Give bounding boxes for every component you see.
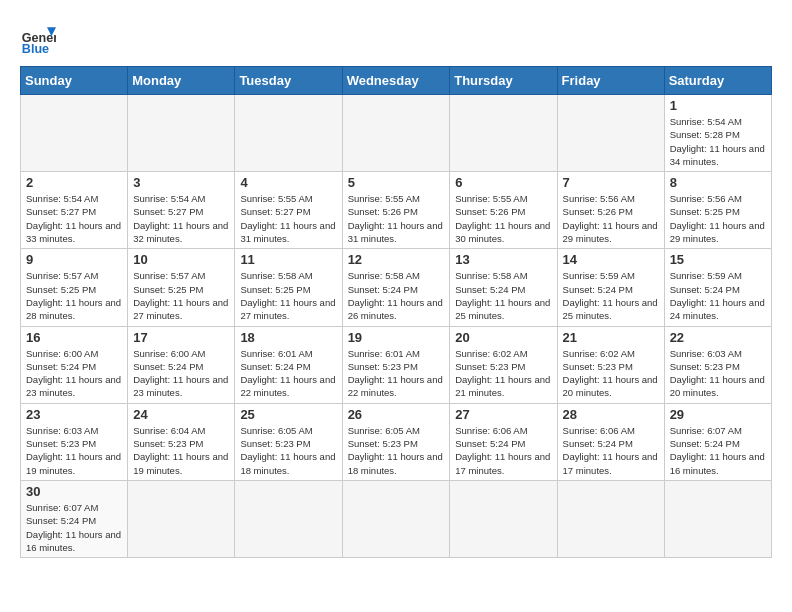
day-info: Sunrise: 5:58 AMSunset: 5:24 PMDaylight:… (455, 269, 551, 322)
calendar-cell: 6Sunrise: 5:55 AMSunset: 5:26 PMDaylight… (450, 172, 557, 249)
day-info: Sunrise: 6:00 AMSunset: 5:24 PMDaylight:… (26, 347, 122, 400)
day-info: Sunrise: 6:06 AMSunset: 5:24 PMDaylight:… (455, 424, 551, 477)
day-number: 14 (563, 252, 659, 267)
calendar-week-3: 9Sunrise: 5:57 AMSunset: 5:25 PMDaylight… (21, 249, 772, 326)
day-info: Sunrise: 5:55 AMSunset: 5:26 PMDaylight:… (348, 192, 445, 245)
calendar-cell: 7Sunrise: 5:56 AMSunset: 5:26 PMDaylight… (557, 172, 664, 249)
day-number: 22 (670, 330, 766, 345)
calendar-cell: 23Sunrise: 6:03 AMSunset: 5:23 PMDayligh… (21, 403, 128, 480)
day-number: 24 (133, 407, 229, 422)
calendar-cell: 10Sunrise: 5:57 AMSunset: 5:25 PMDayligh… (128, 249, 235, 326)
calendar-cell: 3Sunrise: 5:54 AMSunset: 5:27 PMDaylight… (128, 172, 235, 249)
day-info: Sunrise: 5:56 AMSunset: 5:25 PMDaylight:… (670, 192, 766, 245)
weekday-header-wednesday: Wednesday (342, 67, 450, 95)
calendar-cell: 1Sunrise: 5:54 AMSunset: 5:28 PMDaylight… (664, 95, 771, 172)
calendar-week-5: 23Sunrise: 6:03 AMSunset: 5:23 PMDayligh… (21, 403, 772, 480)
day-info: Sunrise: 6:02 AMSunset: 5:23 PMDaylight:… (563, 347, 659, 400)
calendar-cell (128, 480, 235, 557)
day-number: 17 (133, 330, 229, 345)
day-info: Sunrise: 5:54 AMSunset: 5:27 PMDaylight:… (133, 192, 229, 245)
calendar-cell: 24Sunrise: 6:04 AMSunset: 5:23 PMDayligh… (128, 403, 235, 480)
calendar-cell: 30Sunrise: 6:07 AMSunset: 5:24 PMDayligh… (21, 480, 128, 557)
day-info: Sunrise: 5:57 AMSunset: 5:25 PMDaylight:… (26, 269, 122, 322)
calendar-cell: 8Sunrise: 5:56 AMSunset: 5:25 PMDaylight… (664, 172, 771, 249)
day-info: Sunrise: 6:01 AMSunset: 5:24 PMDaylight:… (240, 347, 336, 400)
day-info: Sunrise: 5:58 AMSunset: 5:25 PMDaylight:… (240, 269, 336, 322)
calendar-cell: 21Sunrise: 6:02 AMSunset: 5:23 PMDayligh… (557, 326, 664, 403)
calendar-cell (342, 95, 450, 172)
day-number: 3 (133, 175, 229, 190)
day-number: 29 (670, 407, 766, 422)
calendar-cell: 28Sunrise: 6:06 AMSunset: 5:24 PMDayligh… (557, 403, 664, 480)
calendar-week-2: 2Sunrise: 5:54 AMSunset: 5:27 PMDaylight… (21, 172, 772, 249)
day-info: Sunrise: 5:59 AMSunset: 5:24 PMDaylight:… (563, 269, 659, 322)
day-number: 4 (240, 175, 336, 190)
day-number: 30 (26, 484, 122, 499)
day-info: Sunrise: 6:04 AMSunset: 5:23 PMDaylight:… (133, 424, 229, 477)
day-info: Sunrise: 6:03 AMSunset: 5:23 PMDaylight:… (670, 347, 766, 400)
weekday-header-sunday: Sunday (21, 67, 128, 95)
calendar-cell: 25Sunrise: 6:05 AMSunset: 5:23 PMDayligh… (235, 403, 342, 480)
day-info: Sunrise: 5:55 AMSunset: 5:27 PMDaylight:… (240, 192, 336, 245)
calendar-cell (664, 480, 771, 557)
svg-text:Blue: Blue (22, 42, 49, 56)
calendar-cell: 4Sunrise: 5:55 AMSunset: 5:27 PMDaylight… (235, 172, 342, 249)
calendar-cell: 20Sunrise: 6:02 AMSunset: 5:23 PMDayligh… (450, 326, 557, 403)
calendar-cell (21, 95, 128, 172)
calendar-week-4: 16Sunrise: 6:00 AMSunset: 5:24 PMDayligh… (21, 326, 772, 403)
weekday-header-row: SundayMondayTuesdayWednesdayThursdayFrid… (21, 67, 772, 95)
weekday-header-thursday: Thursday (450, 67, 557, 95)
day-info: Sunrise: 5:58 AMSunset: 5:24 PMDaylight:… (348, 269, 445, 322)
calendar-cell: 29Sunrise: 6:07 AMSunset: 5:24 PMDayligh… (664, 403, 771, 480)
calendar-cell (342, 480, 450, 557)
day-number: 13 (455, 252, 551, 267)
day-number: 5 (348, 175, 445, 190)
day-info: Sunrise: 6:00 AMSunset: 5:24 PMDaylight:… (133, 347, 229, 400)
day-info: Sunrise: 5:59 AMSunset: 5:24 PMDaylight:… (670, 269, 766, 322)
calendar-cell: 12Sunrise: 5:58 AMSunset: 5:24 PMDayligh… (342, 249, 450, 326)
day-info: Sunrise: 5:54 AMSunset: 5:28 PMDaylight:… (670, 115, 766, 168)
calendar-cell: 15Sunrise: 5:59 AMSunset: 5:24 PMDayligh… (664, 249, 771, 326)
day-info: Sunrise: 6:05 AMSunset: 5:23 PMDaylight:… (240, 424, 336, 477)
day-number: 12 (348, 252, 445, 267)
calendar: SundayMondayTuesdayWednesdayThursdayFrid… (20, 66, 772, 558)
day-number: 11 (240, 252, 336, 267)
day-number: 18 (240, 330, 336, 345)
logo-icon: General Blue (20, 20, 56, 56)
calendar-cell: 26Sunrise: 6:05 AMSunset: 5:23 PMDayligh… (342, 403, 450, 480)
day-number: 2 (26, 175, 122, 190)
calendar-cell: 9Sunrise: 5:57 AMSunset: 5:25 PMDaylight… (21, 249, 128, 326)
weekday-header-saturday: Saturday (664, 67, 771, 95)
weekday-header-friday: Friday (557, 67, 664, 95)
day-info: Sunrise: 6:05 AMSunset: 5:23 PMDaylight:… (348, 424, 445, 477)
calendar-cell (128, 95, 235, 172)
calendar-cell: 5Sunrise: 5:55 AMSunset: 5:26 PMDaylight… (342, 172, 450, 249)
calendar-cell: 27Sunrise: 6:06 AMSunset: 5:24 PMDayligh… (450, 403, 557, 480)
day-info: Sunrise: 6:07 AMSunset: 5:24 PMDaylight:… (670, 424, 766, 477)
weekday-header-tuesday: Tuesday (235, 67, 342, 95)
day-info: Sunrise: 6:06 AMSunset: 5:24 PMDaylight:… (563, 424, 659, 477)
day-info: Sunrise: 5:56 AMSunset: 5:26 PMDaylight:… (563, 192, 659, 245)
calendar-cell: 19Sunrise: 6:01 AMSunset: 5:23 PMDayligh… (342, 326, 450, 403)
day-number: 6 (455, 175, 551, 190)
logo: General Blue (20, 20, 56, 56)
calendar-cell (557, 95, 664, 172)
day-number: 8 (670, 175, 766, 190)
day-number: 26 (348, 407, 445, 422)
day-number: 28 (563, 407, 659, 422)
calendar-cell (450, 480, 557, 557)
calendar-cell: 22Sunrise: 6:03 AMSunset: 5:23 PMDayligh… (664, 326, 771, 403)
calendar-week-6: 30Sunrise: 6:07 AMSunset: 5:24 PMDayligh… (21, 480, 772, 557)
day-number: 21 (563, 330, 659, 345)
day-info: Sunrise: 5:57 AMSunset: 5:25 PMDaylight:… (133, 269, 229, 322)
calendar-cell: 18Sunrise: 6:01 AMSunset: 5:24 PMDayligh… (235, 326, 342, 403)
day-number: 7 (563, 175, 659, 190)
calendar-cell: 11Sunrise: 5:58 AMSunset: 5:25 PMDayligh… (235, 249, 342, 326)
day-number: 20 (455, 330, 551, 345)
calendar-cell: 2Sunrise: 5:54 AMSunset: 5:27 PMDaylight… (21, 172, 128, 249)
day-number: 1 (670, 98, 766, 113)
day-info: Sunrise: 6:01 AMSunset: 5:23 PMDaylight:… (348, 347, 445, 400)
calendar-cell: 17Sunrise: 6:00 AMSunset: 5:24 PMDayligh… (128, 326, 235, 403)
day-number: 19 (348, 330, 445, 345)
calendar-cell (450, 95, 557, 172)
